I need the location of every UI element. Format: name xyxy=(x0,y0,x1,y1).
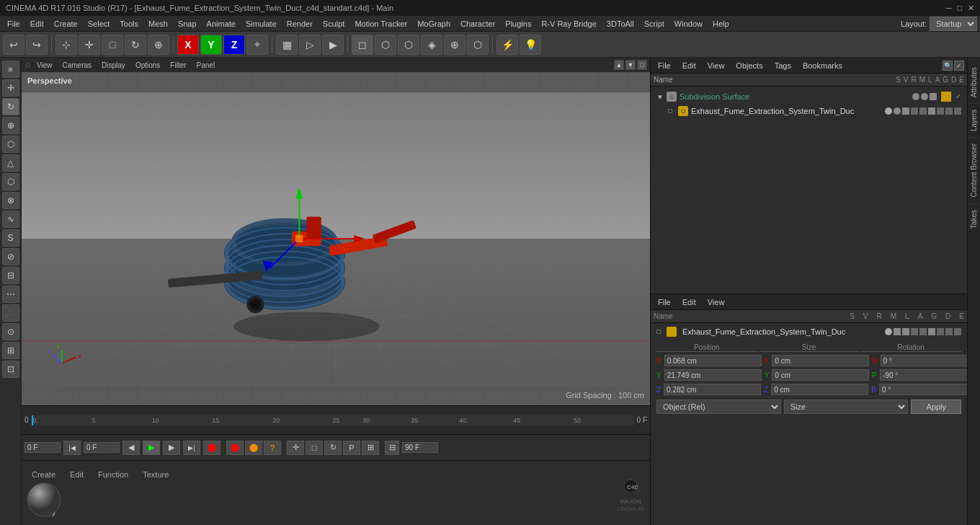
rot-h-input[interactable] xyxy=(881,355,978,366)
render-region-btn[interactable]: ▷ xyxy=(299,35,321,55)
mat-tab-create[interactable]: Create xyxy=(26,469,61,480)
left-tool-10[interactable]: S xyxy=(2,229,19,247)
left-tool-17[interactable]: ⊡ xyxy=(2,361,19,378)
playback-end-input[interactable] xyxy=(402,442,438,453)
menu-motion-tracker[interactable]: Motion Tracker xyxy=(350,18,411,30)
vp-corner-3[interactable]: □ xyxy=(637,60,647,70)
attr-menu-edit[interactable]: Edit xyxy=(678,296,700,308)
texture-mode-btn[interactable]: ⬡ xyxy=(467,35,489,55)
obj-menu-bookmarks[interactable]: Bookmarks xyxy=(798,60,847,71)
obj-menu-objects[interactable]: Objects xyxy=(731,60,767,71)
vp-menu-cameras[interactable]: Cameras xyxy=(58,61,97,70)
timeline-ruler[interactable]: 0 5 10 15 20 25 30 35 40 45 50 xyxy=(32,415,634,425)
rot-b-input[interactable] xyxy=(879,384,976,395)
vp-menu-view[interactable]: View xyxy=(32,61,57,70)
keyframe-btn[interactable]: ⬤ xyxy=(226,441,244,455)
layout-select[interactable]: Startup xyxy=(930,17,977,31)
menu-snap[interactable]: Snap xyxy=(174,18,201,30)
object-rel-dropdown[interactable]: Object (Rel) xyxy=(656,400,781,414)
scale-mode-btn[interactable]: □ xyxy=(306,441,323,455)
menu-sculpt[interactable]: Sculpt xyxy=(318,18,349,30)
vp-menu-options[interactable]: Options xyxy=(131,61,164,70)
viewport-render-btn[interactable]: ▦ xyxy=(276,35,298,55)
playhead[interactable] xyxy=(32,415,33,425)
pivot-btn[interactable]: P xyxy=(343,441,360,455)
menu-create[interactable]: Create xyxy=(50,18,82,30)
rotate-mode-btn[interactable]: ↻ xyxy=(324,441,342,455)
record-btn[interactable]: ⬤ xyxy=(203,441,220,455)
left-tool-11[interactable]: ⊘ xyxy=(2,248,19,265)
play-btn[interactable]: ▶ xyxy=(143,441,160,455)
frame-end-btn[interactable]: ▶| xyxy=(183,441,200,455)
obj-menu-tags[interactable]: Tags xyxy=(770,60,796,71)
side-tab-takes[interactable]: Takes xyxy=(968,203,979,234)
model-mode-btn[interactable]: ◻ xyxy=(352,35,373,55)
menu-3dtoall[interactable]: 3DToAll xyxy=(602,18,638,30)
select-tool-btn[interactable]: ⊹ xyxy=(55,35,77,55)
left-tool-13[interactable]: ⋯ xyxy=(2,286,19,303)
scale-tool-btn[interactable]: □ xyxy=(102,35,123,55)
vp-corner-1[interactable]: ▲ xyxy=(614,60,624,70)
menu-animate[interactable]: Animate xyxy=(202,18,240,30)
light-btn[interactable]: 💡 xyxy=(520,35,541,55)
add-obj-btn[interactable]: ⊕ xyxy=(148,35,169,55)
size-x-input[interactable] xyxy=(772,355,869,366)
move-tool-btn[interactable]: ✛ xyxy=(79,35,100,55)
left-tool-4[interactable]: ⊕ xyxy=(2,117,19,134)
menu-help[interactable]: Help xyxy=(708,18,734,30)
mat-tab-function[interactable]: Function xyxy=(92,469,134,480)
side-tab-layers[interactable]: Layers xyxy=(968,103,979,137)
side-tab-attributes[interactable]: Attributes xyxy=(968,61,979,103)
apply-button[interactable]: Apply xyxy=(911,400,961,414)
playback-start-input[interactable] xyxy=(84,442,120,453)
render-full-btn[interactable]: ▶ xyxy=(322,35,344,55)
spline-mode-btn[interactable]: ⬡ xyxy=(398,35,419,55)
vp-corner-2[interactable]: ▼ xyxy=(625,60,636,70)
move-mode-btn[interactable]: ✛ xyxy=(287,441,304,455)
left-tool-9[interactable]: ∿ xyxy=(2,211,19,228)
mat-tab-texture[interactable]: Texture xyxy=(137,469,174,480)
attr-menu-view[interactable]: View xyxy=(703,296,729,308)
obj-menu-view[interactable]: View xyxy=(703,60,729,71)
left-tool-6[interactable]: △ xyxy=(2,154,19,172)
vp-menu-display[interactable]: Display xyxy=(97,61,130,70)
mat-tab-edit[interactable]: Edit xyxy=(64,469,89,480)
tree-expand-1[interactable]: ▼ xyxy=(656,93,664,101)
minimize-btn[interactable]: ─ xyxy=(946,4,952,13)
snap-btn[interactable]: ⚡ xyxy=(496,35,518,55)
left-tool-2[interactable]: ✛ xyxy=(2,79,19,97)
menu-select[interactable]: Select xyxy=(84,18,115,30)
coord-btn[interactable]: ⌖ xyxy=(246,35,268,55)
menu-file[interactable]: File xyxy=(3,18,24,30)
size-dropdown[interactable]: Size xyxy=(784,400,909,414)
pos-y-input[interactable] xyxy=(664,369,762,381)
left-tool-7[interactable]: ⬡ xyxy=(2,173,19,190)
y-axis-btn[interactable]: Y xyxy=(200,35,222,55)
frame-start-btn[interactable]: |◀ xyxy=(63,441,81,455)
snap-mode-btn[interactable]: ⊞ xyxy=(362,441,379,455)
menu-window[interactable]: Window xyxy=(670,18,707,30)
left-tool-15[interactable]: ⊙ xyxy=(2,323,19,340)
menu-script[interactable]: Script xyxy=(640,18,669,30)
step-back-btn[interactable]: ◀ xyxy=(122,441,140,455)
step-forward-btn[interactable]: ▶ xyxy=(163,441,180,455)
material-preview[interactable] xyxy=(26,482,62,518)
undo-btn[interactable]: ↩ xyxy=(3,35,24,55)
obj-menu-edit[interactable]: Edit xyxy=(678,60,700,71)
component-mode-btn[interactable]: ⊕ xyxy=(444,35,466,55)
menu-simulate[interactable]: Simulate xyxy=(241,18,281,30)
poly-mode-btn[interactable]: ◈ xyxy=(421,35,442,55)
pos-x-input[interactable] xyxy=(664,355,762,366)
tree-item-subdivision[interactable]: ▼ S Subdivision Surface ✓ xyxy=(654,89,964,104)
left-tool-8[interactable]: ⊗ xyxy=(2,192,19,209)
pos-z-input[interactable] xyxy=(664,384,761,395)
z-axis-btn[interactable]: Z xyxy=(223,35,245,55)
size-z-input[interactable] xyxy=(771,384,868,395)
menu-tools[interactable]: Tools xyxy=(115,18,143,30)
left-tool-3[interactable]: ↻ xyxy=(2,98,19,115)
current-frame-input[interactable] xyxy=(24,442,61,453)
keyframe-rot-btn[interactable]: ? xyxy=(264,441,281,455)
dope-sheet-btn[interactable]: ⊟ xyxy=(385,441,399,455)
left-tool-12[interactable]: ⊟ xyxy=(2,267,19,284)
menu-edit[interactable]: Edit xyxy=(26,18,48,30)
